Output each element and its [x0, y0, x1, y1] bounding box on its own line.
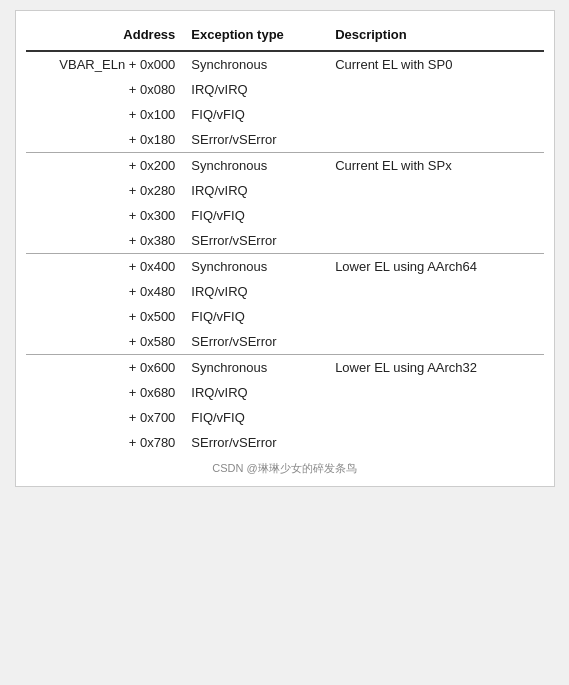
table-row: + 0x200SynchronousCurrent EL with SPx: [26, 153, 544, 179]
table-row: + 0x480IRQ/vIRQ: [26, 279, 544, 304]
table-row: + 0x380SError/vSError: [26, 228, 544, 254]
table-row: + 0x280IRQ/vIRQ: [26, 178, 544, 203]
cell-description: [327, 102, 543, 127]
cell-description: [327, 405, 543, 430]
cell-address: + 0x100: [26, 102, 184, 127]
cell-description: [327, 77, 543, 102]
cell-address: + 0x700: [26, 405, 184, 430]
cell-address: + 0x300: [26, 203, 184, 228]
cell-description: [327, 178, 543, 203]
table-row: VBAR_ELn + 0x000SynchronousCurrent EL wi…: [26, 51, 544, 77]
table-row: + 0x600SynchronousLower EL using AArch32: [26, 355, 544, 381]
cell-exception: IRQ/vIRQ: [183, 77, 327, 102]
cell-exception: IRQ/vIRQ: [183, 380, 327, 405]
cell-address: + 0x280: [26, 178, 184, 203]
table-row: + 0x580SError/vSError: [26, 329, 544, 355]
cell-description: [327, 203, 543, 228]
cell-description: Lower EL using AArch32: [327, 355, 543, 381]
table-row: + 0x700FIQ/vFIQ: [26, 405, 544, 430]
cell-exception: Synchronous: [183, 51, 327, 77]
cell-exception: SError/vSError: [183, 430, 327, 455]
table-row: + 0x180SError/vSError: [26, 127, 544, 153]
cell-exception: SError/vSError: [183, 329, 327, 355]
cell-address: + 0x580: [26, 329, 184, 355]
cell-description: [327, 127, 543, 153]
page-container: Address Exception type Description VBAR_…: [15, 10, 555, 487]
cell-description: [327, 430, 543, 455]
cell-exception: SError/vSError: [183, 228, 327, 254]
cell-address: + 0x080: [26, 77, 184, 102]
cell-exception: Synchronous: [183, 153, 327, 179]
table-row: + 0x780SError/vSError: [26, 430, 544, 455]
cell-address: + 0x680: [26, 380, 184, 405]
cell-description: [327, 304, 543, 329]
table-row: + 0x680IRQ/vIRQ: [26, 380, 544, 405]
cell-exception: Synchronous: [183, 355, 327, 381]
cell-address: + 0x480: [26, 279, 184, 304]
header-exception-type: Exception type: [183, 21, 327, 51]
cell-address: + 0x500: [26, 304, 184, 329]
cell-exception: Synchronous: [183, 254, 327, 280]
cell-exception: FIQ/vFIQ: [183, 102, 327, 127]
table-row: + 0x400SynchronousLower EL using AArch64: [26, 254, 544, 280]
header-description: Description: [327, 21, 543, 51]
cell-exception: FIQ/vFIQ: [183, 203, 327, 228]
cell-exception: IRQ/vIRQ: [183, 178, 327, 203]
watermark: CSDN @琳琳少女的碎发条鸟: [26, 461, 544, 476]
cell-exception: SError/vSError: [183, 127, 327, 153]
cell-address: + 0x600: [26, 355, 184, 381]
cell-description: [327, 380, 543, 405]
cell-exception: IRQ/vIRQ: [183, 279, 327, 304]
cell-description: [327, 228, 543, 254]
cell-exception: FIQ/vFIQ: [183, 405, 327, 430]
cell-address: VBAR_ELn + 0x000: [26, 51, 184, 77]
header-address: Address: [26, 21, 184, 51]
table-header-row: Address Exception type Description: [26, 21, 544, 51]
cell-address: + 0x380: [26, 228, 184, 254]
cell-exception: FIQ/vFIQ: [183, 304, 327, 329]
cell-description: [327, 329, 543, 355]
cell-address: + 0x780: [26, 430, 184, 455]
cell-address: + 0x400: [26, 254, 184, 280]
cell-address: + 0x200: [26, 153, 184, 179]
cell-description: Current EL with SPx: [327, 153, 543, 179]
table-row: + 0x500FIQ/vFIQ: [26, 304, 544, 329]
cell-description: [327, 279, 543, 304]
cell-address: + 0x180: [26, 127, 184, 153]
cell-description: Lower EL using AArch64: [327, 254, 543, 280]
table-row: + 0x300FIQ/vFIQ: [26, 203, 544, 228]
exception-table: Address Exception type Description VBAR_…: [26, 21, 544, 455]
table-row: + 0x080IRQ/vIRQ: [26, 77, 544, 102]
cell-description: Current EL with SP0: [327, 51, 543, 77]
table-row: + 0x100FIQ/vFIQ: [26, 102, 544, 127]
